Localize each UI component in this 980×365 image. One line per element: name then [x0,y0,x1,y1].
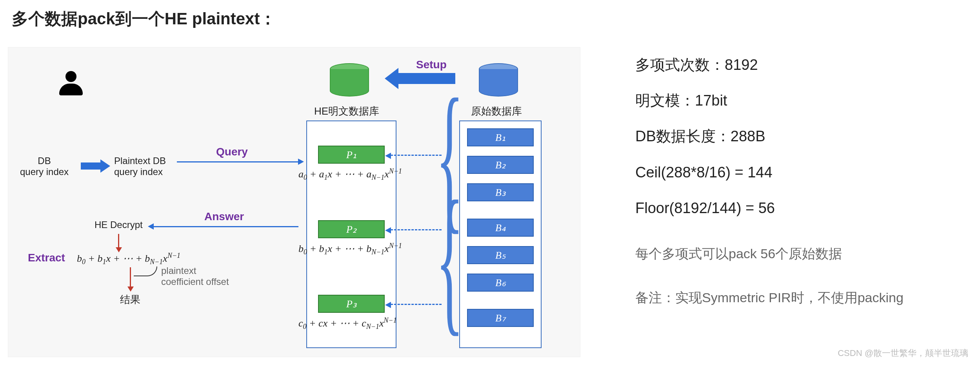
query-arrow-icon [177,161,298,162]
b7-label: B₇ [495,312,505,324]
formula-a: a0 + a1x + ⋯ + aN−1xN−1 [298,167,402,182]
notes-panel: 多项式次数：8192 明文模：17bit DB数据长度：288B Ceil(28… [635,47,904,314]
b2-box: B₂ [467,156,534,174]
answer-label: Answer [204,210,244,223]
b3-box: B₃ [467,183,534,201]
setup-arrowhead-icon [385,68,398,89]
b1-box: B₁ [467,128,534,146]
db-query-index-label: DBquery index [20,155,69,177]
result-label: 结果 [120,293,140,307]
formula-extract: b0 + b1x + ⋯ + bN−1xN−1 [77,252,180,266]
b7-box: B₇ [467,309,534,327]
b2-label: B₂ [495,159,505,171]
he-db-label: HE明文数据库 [314,104,379,118]
note-db-length: DB数据长度：288B [635,119,904,154]
p3-box: P₃ [318,295,385,313]
diagram-container: Setup HE明文数据库 原始数据库 P₁ a0 + a1x + ⋯ + aN… [8,47,580,357]
b6-box: B₆ [467,274,534,292]
coeff-curve-icon [134,266,157,276]
answer-arrow-icon [153,226,298,227]
query-label: Query [216,146,248,158]
p2-label: P₂ [346,223,356,235]
note-ceil: Ceil(288*8/16) = 144 [635,155,904,190]
p3-label: P₃ [346,298,356,310]
raw-db-label: 原始数据库 [471,104,522,118]
arrow-p1-icon [391,155,442,156]
b3-label: B₃ [495,186,505,199]
b5-box: B₅ [467,246,534,264]
b5-label: B₅ [495,249,505,261]
small-arrowhead-icon [100,159,110,173]
result-arrow-icon [130,267,131,287]
b4-label: B₄ [495,222,505,234]
he-decrypt-label: HE Decrypt [95,219,143,230]
coeff-offset-label: plaintextcoefficient offset [161,265,229,287]
p1-label: P₁ [346,149,356,161]
extract-label: Extract [28,252,65,264]
raw-db-icon [479,63,518,97]
plaintext-db-label: Plaintext DBquery index [114,155,166,177]
b1-label: B₁ [495,131,505,144]
note-remark: 备注：实现Symmetric PIR时，不使用packing [635,282,904,314]
small-arrow-icon [81,162,100,170]
formula-c: c0 + cx + ⋯ + cN−1xN−1 [298,316,397,331]
note-plaintext-mod: 明文模：17bit [635,83,904,119]
note-pack-count: 每个多项式可以pack 56个原始数据 [635,238,904,270]
formula-b: b0 + b1x + ⋯ + bN−1xN−1 [298,242,402,256]
page-title: 多个数据pack到一个HE plaintext： [12,8,276,30]
p1-box: P₁ [318,146,385,164]
watermark: CSDN @散一世繁华，颠半世琉璃 [838,347,968,359]
he-db-icon [330,63,369,97]
b4-box: B₄ [467,219,534,237]
note-poly-degree: 多项式次数：8192 [635,47,904,83]
user-icon [59,71,83,95]
arrow-p3-icon [391,304,442,305]
b6-label: B₆ [495,277,505,289]
decrypt-arrow-icon [118,234,119,248]
arrow-p2-icon [391,229,442,230]
note-floor: Floor(8192/144) = 56 [635,190,904,226]
p2-box: P₂ [318,220,385,238]
